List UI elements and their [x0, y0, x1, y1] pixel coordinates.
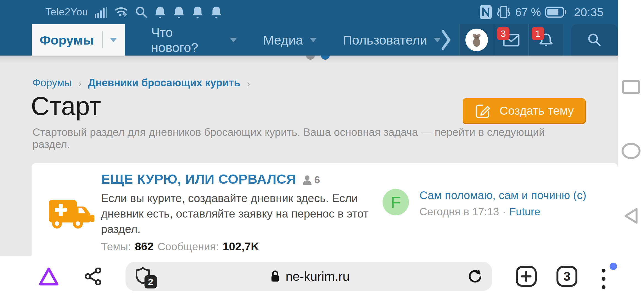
signal-strength-icon [95, 6, 108, 18]
lock-icon [270, 270, 280, 283]
last-post-author-link[interactable]: Future [509, 206, 540, 218]
posts-value: 102,7K [223, 240, 259, 253]
nfc-icon [479, 5, 492, 20]
new-tab-button[interactable] [516, 266, 537, 287]
nav-item-label: Пользователи [343, 32, 427, 48]
browser-toolbar: 2 ne-kurim.ru 3 [0, 256, 644, 297]
user-avatar-button[interactable] [459, 24, 494, 56]
last-post-title-link[interactable]: Сам поломаю, сам и починю (с) [419, 189, 586, 202]
chevron-down-icon [434, 38, 441, 42]
person-icon [302, 175, 312, 185]
topics-label: Темы: [101, 241, 131, 253]
kebab-menu-icon [602, 269, 605, 289]
android-back-button[interactable] [622, 207, 640, 225]
forum-node-description: Если вы курите, создавайте дневник здесь… [101, 191, 372, 237]
share-icon [85, 268, 102, 285]
search-button[interactable] [571, 24, 618, 56]
recents-square-icon [622, 80, 640, 94]
forum-section-description: Стартовый раздел для дневников бросающих… [32, 126, 585, 150]
plus-icon [520, 271, 532, 282]
tabs-button[interactable]: 3 [556, 266, 577, 287]
last-post-avatar[interactable]: F [383, 189, 409, 215]
battery-percent-label: 67 % [515, 6, 541, 19]
page-dot [306, 56, 315, 60]
nav-item-label: Что нового? [151, 25, 223, 55]
clock-label: 20:35 [574, 6, 604, 19]
notification-bell-icon [210, 6, 222, 19]
android-recents-button[interactable] [622, 80, 640, 94]
chevron-down-icon[interactable] [110, 38, 117, 42]
forum-node-title-link[interactable]: ЕЩЕ КУРЮ, ИЛИ СОРВАЛСЯ [101, 171, 296, 187]
nav-overflow-chevron[interactable] [441, 29, 451, 51]
yandex-browser-button[interactable] [38, 266, 59, 286]
nav-item-whats-new[interactable]: Что нового? [151, 24, 237, 56]
vibrate-icon [496, 5, 511, 19]
viewer-count: 6 [302, 174, 320, 186]
ambulance-icon [48, 196, 95, 232]
forum-node-stats: Темы: 862 Сообщения: 102,7K [101, 240, 372, 253]
search-status-icon [135, 6, 148, 18]
messages-button[interactable]: 3 [494, 24, 528, 56]
back-triangle-icon [622, 207, 640, 225]
pencil-square-icon [474, 102, 491, 119]
yandex-logo-icon [38, 266, 59, 286]
last-post-time: Сегодня в 17:13 [419, 206, 499, 218]
alerts-button[interactable]: 1 [528, 24, 563, 56]
breadcrumb-separator: › [78, 78, 81, 89]
topics-value: 862 [135, 240, 154, 253]
android-navigation-bar [618, 0, 644, 297]
page-dot-active [321, 56, 330, 60]
search-icon [587, 32, 602, 48]
create-topic-label: Создать тему [500, 104, 574, 117]
messages-badge: 3 [497, 27, 509, 40]
posts-label: Сообщения: [157, 241, 219, 253]
tab-forums[interactable]: Форумы [32, 24, 125, 56]
notification-bell-icon [154, 6, 166, 19]
alerts-badge: 1 [532, 27, 544, 40]
carrier-label: Tele2You [45, 6, 88, 18]
wifi-icon [114, 6, 128, 19]
breadcrumb: Форумы › Дневники бросающих курить › [32, 77, 618, 89]
tab-forums-label: Форумы [40, 32, 94, 48]
nav-item-media[interactable]: Медиа [263, 24, 317, 56]
menu-notification-dot [610, 263, 617, 270]
page-content: Форумы › Дневники бросающих курить › Ста… [0, 56, 618, 256]
chevron-down-icon [310, 38, 317, 42]
tab-count-label: 3 [563, 269, 571, 284]
notification-bell-icon [192, 6, 204, 19]
screen: Tele2You [0, 0, 644, 297]
last-post-separator: · [502, 206, 506, 218]
chevron-down-icon [230, 38, 237, 42]
page-title: Старт [31, 92, 101, 120]
viewer-count-value: 6 [314, 174, 320, 186]
url-label: ne-kurim.ru [286, 269, 350, 284]
refresh-icon [467, 268, 483, 284]
blocked-count-badge: 2 [144, 275, 157, 289]
battery-icon [545, 6, 567, 18]
forum-navbar: Форумы Что нового? Медиа Пользователи [0, 24, 618, 56]
user-avatar [465, 29, 488, 51]
tab-separator [102, 31, 103, 48]
status-bar: Tele2You [0, 0, 618, 24]
home-circle-icon [621, 142, 641, 160]
create-topic-button[interactable]: Создать тему [463, 98, 585, 123]
notification-bell-icon [173, 6, 185, 19]
nav-item-users[interactable]: Пользователи [343, 24, 441, 56]
address-bar[interactable]: 2 ne-kurim.ru [125, 262, 492, 291]
android-home-button[interactable] [621, 142, 641, 160]
breadcrumb-link-diaries[interactable]: Дневники бросающих курить [88, 77, 241, 89]
forum-node-card: ЕЩЕ КУРЮ, ИЛИ СОРВАЛСЯ 6 Если вы курите,… [32, 163, 618, 260]
refresh-button[interactable] [467, 268, 483, 284]
browser-menu-button[interactable] [598, 263, 617, 290]
share-button[interactable] [85, 268, 102, 285]
last-post-block: F Сам поломаю, сам и починю (с) Сегодня … [383, 171, 607, 253]
nav-item-label: Медиа [263, 32, 303, 48]
protect-shield-button[interactable]: 2 [135, 266, 153, 286]
breadcrumb-separator: › [247, 78, 250, 89]
page-indicator-dots [306, 56, 330, 60]
breadcrumb-link-forums[interactable]: Форумы [32, 77, 72, 89]
